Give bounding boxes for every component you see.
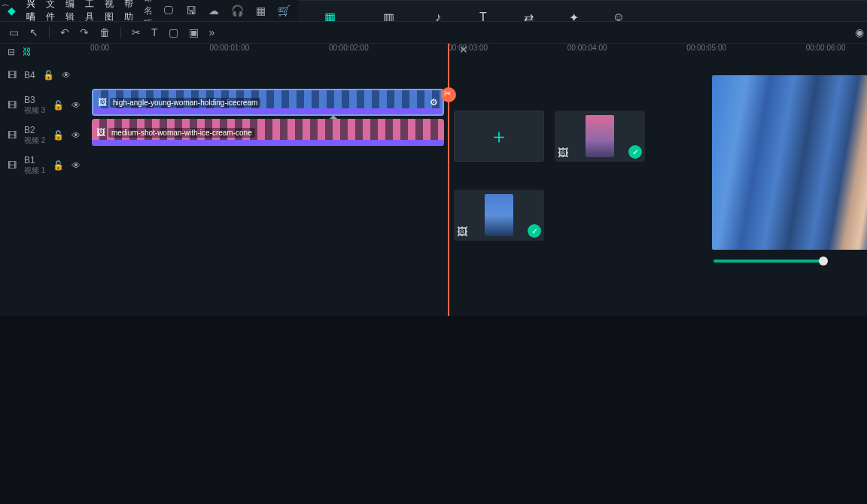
clip-type-icon: 🖼 [96,127,105,138]
video-track-icon: 🎞 [8,160,17,171]
titlebar: ◆ 万兴喵影 文件 编辑 工具 视图 帮助 未命名项目 🖵 🖫 ☁ 🎧 ▦ 🛒 [0,0,298,21]
redo-icon[interactable]: ↷ [80,26,89,38]
cart-icon[interactable]: 🛒 [278,5,291,17]
track-head-2[interactable]: 🎞B2视频 2🔓👁 [0,120,90,150]
playhead[interactable]: ✂ [448,44,449,316]
group-icon[interactable]: ▣ [189,26,199,38]
timeline-clip[interactable]: 🖼medium-shot-woman-with-ice-cream-cone [92,119,444,146]
cloud-icon[interactable]: ☁ [208,5,219,17]
headphone-icon[interactable]: 🎧 [231,5,244,17]
video-track-icon: 🎞 [8,100,17,111]
timeline-ruler[interactable]: 00:0000:00:01:0000:00:02:0000:00:03:0000… [90,44,867,57]
lock-icon[interactable]: 🔓 [53,130,64,141]
eye-icon[interactable]: 👁 [71,100,81,111]
monitor-icon[interactable]: 🖵 [163,5,174,17]
pointer-tool-icon[interactable]: ↖ [29,26,38,38]
lock-icon[interactable]: 🔓 [43,70,54,80]
menu-tools[interactable]: 工具 [85,0,94,23]
more-tools-icon[interactable]: » [209,26,215,38]
select-tool-icon[interactable]: ▭ [9,26,19,38]
split-icon[interactable]: ✂ [132,26,141,38]
scissor-icon[interactable]: ✂ [444,89,451,99]
timeline-panel: ▭ ↖ ↶ ↷ 🗑 ✂ T ▢ ▣ » ◉ ⏱ 🎤 ☰ ⊶ 🔗 ⏺ ⊖ ⊕ ▤ [0,21,867,316]
eye-icon[interactable]: 👁 [71,160,81,171]
menu-view[interactable]: 视图 [105,0,114,23]
track-head-4[interactable]: 🎞B4🔓👁 [0,60,90,90]
tl-mode-icon[interactable]: ⊟ [8,47,15,57]
crop-tool-icon[interactable]: ▢ [169,26,178,38]
menu-help[interactable]: 帮助 [124,0,133,23]
clip-type-icon: 🖼 [98,97,107,108]
delete-icon[interactable]: 🗑 [99,26,110,38]
grid-icon[interactable]: ▦ [256,5,266,17]
timeline-tracks-area[interactable]: 00:0000:00:01:0000:00:02:0000:00:03:0000… [90,44,867,316]
track-head-3[interactable]: 🎞B3视频 3🔓👁 [0,90,90,120]
lock-icon[interactable]: 🔓 [53,160,64,171]
fx-icon: ⚙ [430,97,438,108]
undo-icon[interactable]: ↶ [60,26,69,38]
close-icon[interactable]: ✕ [459,44,468,56]
eye-icon[interactable]: 👁 [62,70,71,80]
video-track-icon: 🎞 [8,70,17,80]
text-tool-icon[interactable]: T [151,26,158,38]
video-track-icon: 🎞 [8,130,17,141]
menu-edit[interactable]: 编辑 [65,0,75,23]
menu-file[interactable]: 文件 [46,0,55,23]
timeline-clip[interactable]: 🖼high-angle-young-woman-holding-icecream… [92,89,444,116]
track-head-1[interactable]: 🎞B1视频 1🔓👁 [0,150,90,181]
save-icon[interactable]: 🖫 [186,5,196,17]
lock-icon[interactable]: 🔓 [53,100,64,111]
eye-icon[interactable]: 👁 [71,130,81,141]
tl-link-icon[interactable]: ⛓ [23,47,32,57]
marker-icon[interactable]: ◉ [855,26,864,38]
